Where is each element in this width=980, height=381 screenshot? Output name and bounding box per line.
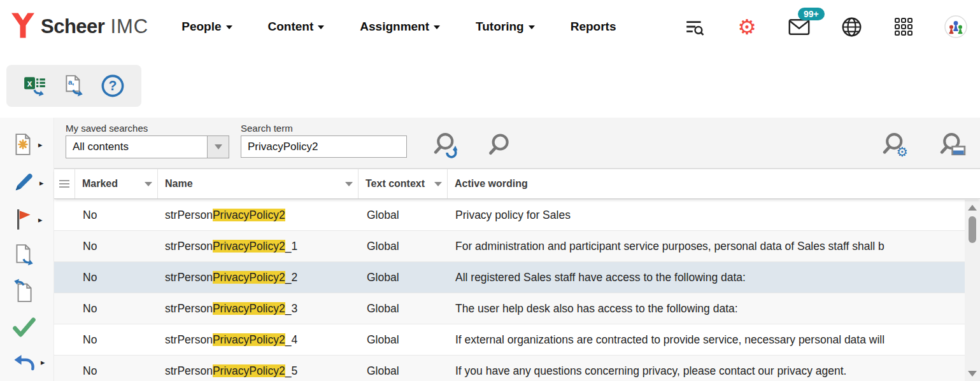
search-settings-icon[interactable]: ⚙ bbox=[882, 132, 910, 160]
name-cell: strPersonPrivacyPolicy2_2 bbox=[158, 271, 359, 284]
text-export-icon[interactable]: a, bbox=[60, 72, 88, 100]
pencil-icon bbox=[11, 170, 36, 195]
wording-cell: All registered Sales staff have access t… bbox=[448, 271, 965, 284]
column-header-name[interactable]: Name bbox=[158, 169, 359, 198]
user-avatar[interactable] bbox=[944, 15, 967, 38]
column-header-marked[interactable]: Marked bbox=[75, 169, 158, 198]
document-settings-icon bbox=[11, 132, 34, 156]
flyout-arrow-icon[interactable]: ▸ bbox=[38, 140, 43, 149]
menu-tutoring[interactable]: Tutoring bbox=[476, 20, 535, 34]
menu-tutoring-label: Tutoring bbox=[476, 20, 524, 34]
column-label: Marked bbox=[82, 178, 118, 190]
menu-reports[interactable]: Reports bbox=[571, 20, 616, 34]
table-header: Marked Name Text context Active wording bbox=[54, 169, 980, 199]
marked-cell: No bbox=[75, 240, 158, 253]
table-row[interactable]: No strPersonPrivacyPolicy2 Global Privac… bbox=[54, 200, 965, 231]
chevron-down-icon bbox=[529, 25, 535, 29]
search-highlight: PrivacyPolicy2 bbox=[213, 333, 285, 346]
wording-cell: Privacy policy for Sales bbox=[448, 209, 965, 222]
column-label: Active wording bbox=[455, 178, 528, 190]
scroll-up-button[interactable] bbox=[965, 201, 980, 214]
quick-search-icon[interactable] bbox=[487, 132, 515, 160]
name-cell: strPersonPrivacyPolicy2_3 bbox=[158, 302, 359, 315]
import-document-button[interactable] bbox=[11, 278, 48, 303]
table-menu-button[interactable] bbox=[54, 169, 75, 198]
scroll-down-button[interactable] bbox=[965, 367, 980, 380]
excel-export-icon[interactable]: x bbox=[21, 72, 49, 100]
column-header-text-context[interactable]: Text context bbox=[359, 169, 448, 198]
column-dropdown-icon[interactable] bbox=[145, 182, 152, 186]
messages-envelope-icon[interactable]: 99+ bbox=[788, 15, 811, 38]
select-arrow-button[interactable] bbox=[207, 136, 229, 158]
column-label: Text context bbox=[366, 178, 425, 190]
table-row[interactable]: No strPersonPrivacyPolicy2_4 Global If e… bbox=[54, 324, 965, 356]
search-highlight: PrivacyPolicy2 bbox=[213, 364, 285, 377]
flyout-arrow-icon[interactable]: ▸ bbox=[38, 215, 43, 225]
flag-icon bbox=[11, 207, 34, 232]
search-panel-icon[interactable] bbox=[939, 132, 967, 160]
edit-button[interactable]: ▸ bbox=[11, 170, 48, 195]
svg-text:⚙: ⚙ bbox=[896, 144, 907, 160]
document-export-icon bbox=[11, 243, 36, 267]
main-menu: People Content Assignment Tutoring Repor… bbox=[181, 20, 616, 34]
app-grid-icon[interactable] bbox=[892, 15, 915, 38]
scrollbar-thumb[interactable] bbox=[969, 216, 976, 243]
saved-searches-value: All contents bbox=[66, 136, 207, 158]
brand-mark-icon bbox=[11, 13, 34, 41]
marked-cell: No bbox=[75, 271, 158, 284]
context-cell: Global bbox=[359, 209, 448, 222]
table-row[interactable]: No strPersonPrivacyPolicy2_5 Global If y… bbox=[54, 356, 965, 381]
context-cell: Global bbox=[359, 240, 448, 253]
search-highlight: PrivacyPolicy2 bbox=[213, 271, 285, 284]
approve-button[interactable] bbox=[11, 315, 48, 340]
name-cell: strPersonPrivacyPolicy2_4 bbox=[158, 333, 359, 347]
menu-content[interactable]: Content bbox=[268, 20, 325, 34]
export-document-button[interactable] bbox=[11, 242, 48, 268]
table-row[interactable]: No strPersonPrivacyPolicy2_3 Global The … bbox=[54, 293, 965, 324]
undo-button[interactable]: ▸ bbox=[11, 349, 48, 375]
marked-cell: No bbox=[75, 209, 158, 222]
navbar-icons: ⚙ 99+ bbox=[683, 15, 967, 38]
name-cell: strPersonPrivacyPolicy2 bbox=[158, 209, 359, 222]
chevron-down-icon bbox=[318, 25, 324, 29]
help-icon[interactable]: ? bbox=[99, 72, 127, 100]
context-cell: Global bbox=[359, 271, 448, 284]
flag-button[interactable]: ▸ bbox=[11, 207, 48, 232]
settings-gear-icon[interactable]: ⚙ bbox=[735, 15, 758, 38]
wording-cell: For administration and participant servi… bbox=[448, 240, 965, 253]
brand-logo[interactable]: Scheer IMC bbox=[11, 13, 148, 41]
new-document-button[interactable]: ▸ bbox=[11, 132, 48, 157]
svg-text:x: x bbox=[27, 79, 32, 88]
column-header-active-wording[interactable]: Active wording bbox=[448, 169, 980, 198]
menu-assignment[interactable]: Assignment bbox=[360, 20, 440, 34]
wording-cell: The user help desk also has access to th… bbox=[448, 302, 965, 315]
search-term-input[interactable] bbox=[241, 135, 407, 158]
table-row[interactable]: No strPersonPrivacyPolicy2_1 Global For … bbox=[54, 231, 965, 262]
chevron-down-icon bbox=[434, 25, 440, 29]
chevron-down-icon bbox=[226, 25, 232, 29]
action-sidebar: ▸ ▸ ▸ bbox=[0, 118, 54, 381]
filter-search-icon[interactable] bbox=[683, 15, 706, 38]
menu-people[interactable]: People bbox=[181, 20, 232, 34]
wording-cell: If you have any questions concerning pri… bbox=[448, 364, 965, 378]
column-dropdown-icon[interactable] bbox=[434, 182, 442, 186]
search-highlight: PrivacyPolicy2 bbox=[213, 240, 285, 253]
vertical-scrollbar[interactable] bbox=[965, 200, 980, 381]
table-row[interactable]: No strPersonPrivacyPolicy2_2 Global All … bbox=[54, 262, 965, 293]
name-cell: strPersonPrivacyPolicy2_5 bbox=[158, 364, 359, 378]
saved-searches-select[interactable]: All contents bbox=[66, 135, 229, 158]
checkmark-icon bbox=[11, 317, 37, 338]
column-label: Name bbox=[165, 178, 193, 190]
brand-name: Scheer bbox=[41, 15, 104, 38]
context-cell: Global bbox=[359, 302, 448, 315]
column-dropdown-icon[interactable] bbox=[345, 182, 353, 186]
messages-count-badge: 99+ bbox=[798, 8, 825, 20]
saved-searches-label: My saved searches bbox=[66, 123, 148, 134]
search-bar: My saved searches All contents Search te… bbox=[0, 118, 980, 169]
menu-people-label: People bbox=[181, 20, 221, 34]
flyout-arrow-icon[interactable]: ▸ bbox=[39, 178, 44, 188]
language-globe-icon[interactable] bbox=[840, 15, 863, 38]
search-refresh-icon[interactable] bbox=[433, 132, 461, 160]
page-toolbar: x a, bbox=[0, 53, 980, 118]
flyout-arrow-icon[interactable]: ▸ bbox=[41, 357, 45, 367]
